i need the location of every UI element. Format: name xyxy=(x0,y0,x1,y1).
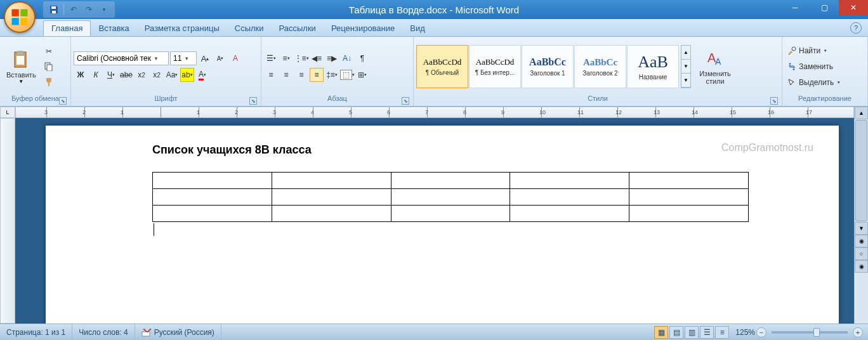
prev-page-icon[interactable]: ◉ xyxy=(855,235,868,247)
font-name-combo[interactable]: Calibri (Основной тек▼ xyxy=(74,51,169,65)
style-item[interactable]: AaBbCcDd¶ Без интер... xyxy=(469,45,521,88)
indent-right-button[interactable]: ≡▶ xyxy=(325,51,339,65)
gallery-up-icon[interactable]: ▲ xyxy=(681,46,690,60)
document-heading[interactable]: Список учащихся 8В класса xyxy=(152,143,732,157)
view-reading-icon[interactable]: ▤ xyxy=(669,326,683,339)
view-web-icon[interactable]: ▥ xyxy=(685,326,699,339)
tab-view[interactable]: Вид xyxy=(402,21,433,36)
styles-launcher[interactable]: ⬊ xyxy=(770,97,778,105)
superscript-button[interactable]: x2 xyxy=(150,68,164,82)
qat-dropdown-icon[interactable]: ▼ xyxy=(97,3,111,16)
view-print-layout-icon[interactable]: ▦ xyxy=(654,326,668,339)
office-button[interactable] xyxy=(4,1,39,37)
help-icon[interactable]: ? xyxy=(850,22,862,34)
quick-access-toolbar: ↶ ↷ ▼ xyxy=(43,1,115,18)
style-gallery: AaBbCcDd¶ ОбычныйAaBbCcDd¶ Без интер...A… xyxy=(416,45,679,88)
view-outline-icon[interactable]: ☰ xyxy=(700,326,714,339)
style-item[interactable]: AaBbCcЗаголовок 1 xyxy=(522,45,574,88)
style-item[interactable]: AaBbCcDd¶ Обычный xyxy=(416,45,468,88)
change-styles-button[interactable]: AA Изменить стили xyxy=(693,41,737,92)
highlight-button[interactable]: ab▾ xyxy=(180,68,194,82)
save-icon[interactable] xyxy=(47,3,61,16)
shrink-font-icon[interactable]: A▾ xyxy=(213,51,227,65)
multilevel-button[interactable]: ⋮≡▾ xyxy=(294,51,308,65)
tab-home[interactable]: Главная xyxy=(43,20,91,36)
bullets-button[interactable]: ☰▾ xyxy=(264,51,278,65)
bold-button[interactable]: Ж xyxy=(74,68,88,82)
tab-references[interactable]: Ссылки xyxy=(227,21,272,36)
view-draft-icon[interactable]: ≡ xyxy=(715,326,729,339)
align-center-button[interactable]: ≡ xyxy=(279,68,293,82)
zoom-out-button[interactable]: − xyxy=(756,327,766,337)
font-launcher[interactable]: ⬊ xyxy=(249,97,257,105)
scroll-up-icon[interactable]: ▲ xyxy=(855,107,868,119)
undo-icon[interactable]: ↶ xyxy=(67,3,81,16)
ribbon: Вставить ▼ ✂ Буфер обмена⬊ Calibri (Осно… xyxy=(0,37,868,107)
align-right-button[interactable]: ≡ xyxy=(294,68,308,82)
scroll-thumb[interactable] xyxy=(855,120,867,221)
maximize-button[interactable]: ▢ xyxy=(810,0,839,15)
font-size-combo[interactable]: 11▼ xyxy=(170,51,197,65)
format-painter-icon[interactable] xyxy=(42,75,56,89)
paragraph-launcher[interactable]: ⬊ xyxy=(402,97,409,105)
tab-layout[interactable]: Разметка страницы xyxy=(137,21,227,36)
gallery-down-icon[interactable]: ▼ xyxy=(681,60,690,74)
grow-font-icon[interactable]: A▴ xyxy=(198,51,212,65)
underline-button[interactable]: Ч▾ xyxy=(104,68,118,82)
svg-rect-10 xyxy=(47,65,52,71)
close-button[interactable]: ✕ xyxy=(839,0,868,15)
replace-button[interactable]: Заменить xyxy=(785,60,843,74)
status-page[interactable]: Страница: 1 из 1 xyxy=(0,324,72,340)
text-cursor xyxy=(154,223,154,236)
tab-mailings[interactable]: Рассылки xyxy=(272,21,324,36)
italic-button[interactable]: К xyxy=(89,68,103,82)
change-case-button[interactable]: Aa▾ xyxy=(165,68,179,82)
status-words[interactable]: Число слов: 4 xyxy=(72,324,135,340)
numbering-button[interactable]: ≡▾ xyxy=(279,51,293,65)
sort-button[interactable]: A↓ xyxy=(340,51,354,65)
zoom-in-button[interactable]: + xyxy=(853,327,863,337)
copy-icon[interactable] xyxy=(42,60,56,74)
gallery-scroll[interactable]: ▲ ▼ ▼ xyxy=(681,45,691,88)
font-color-button[interactable]: A▾ xyxy=(195,68,209,82)
clipboard-launcher[interactable]: ⬊ xyxy=(59,97,67,105)
indent-left-button[interactable]: ◀≡ xyxy=(310,51,324,65)
find-button[interactable]: Найти▾ xyxy=(785,44,843,58)
minimize-button[interactable]: ─ xyxy=(780,0,810,15)
next-page-icon[interactable]: ◉ xyxy=(855,260,868,273)
redo-icon[interactable]: ↷ xyxy=(82,3,96,16)
zoom-level[interactable]: 125% xyxy=(735,328,755,337)
style-item[interactable]: AaBНазвание xyxy=(627,45,679,88)
paste-button[interactable]: Вставить ▼ xyxy=(3,41,40,92)
group-font: Calibri (Основной тек▼ 11▼ A▴ A▾ A Ж К Ч… xyxy=(71,37,261,106)
align-left-button[interactable]: ≡ xyxy=(264,68,278,82)
show-marks-button[interactable]: ¶ xyxy=(355,51,369,65)
gallery-more-icon[interactable]: ▼ xyxy=(681,74,690,88)
clear-format-icon[interactable]: A xyxy=(228,51,242,65)
ruler-corner[interactable]: L xyxy=(0,107,15,118)
scroll-down-icon[interactable]: ▼ xyxy=(855,222,868,235)
line-spacing-button[interactable]: ‡≡▾ xyxy=(325,68,339,82)
document-area: CompGramotnost.ru Список учащихся 8В кла… xyxy=(15,118,854,324)
browse-object-icon[interactable]: ○ xyxy=(855,247,868,260)
zoom-slider[interactable] xyxy=(772,331,848,334)
style-item[interactable]: AaBbCcЗаголовок 2 xyxy=(574,45,626,88)
horizontal-ruler[interactable]: 3211234567891011121314151617 xyxy=(15,107,854,118)
office-logo-icon xyxy=(4,1,36,33)
vertical-scrollbar[interactable]: ▲ ▼ ◉ ○ ◉ xyxy=(854,107,868,324)
select-button[interactable]: Выделить▾ xyxy=(785,75,843,89)
strike-button[interactable]: abe xyxy=(119,68,133,82)
document-table[interactable] xyxy=(152,172,749,222)
vertical-ruler[interactable] xyxy=(0,118,15,324)
subscript-button[interactable]: x2 xyxy=(135,68,148,82)
page[interactable]: CompGramotnost.ru Список учащихся 8В кла… xyxy=(46,126,839,324)
tab-review[interactable]: Рецензирование xyxy=(324,21,402,36)
borders-button[interactable]: ⊞▾ xyxy=(355,68,369,82)
tab-insert[interactable]: Вставка xyxy=(91,21,136,36)
ribbon-tabs: Главная Вставка Разметка страницы Ссылки… xyxy=(0,19,868,37)
svg-point-13 xyxy=(792,47,796,51)
justify-button[interactable]: ≡ xyxy=(310,68,324,82)
shading-button[interactable]: ⬚▾ xyxy=(340,68,354,82)
cut-icon[interactable]: ✂ xyxy=(42,44,56,58)
status-language[interactable]: Русский (Россия) xyxy=(135,324,221,340)
